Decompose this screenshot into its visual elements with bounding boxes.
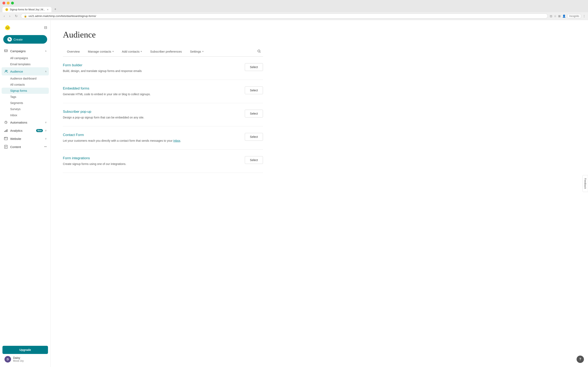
svg-rect-8 — [4, 131, 5, 132]
form-builder-title[interactable]: Form builder — [63, 63, 237, 67]
close-window-button[interactable] — [2, 2, 5, 4]
sidebar-item-campaigns[interactable]: Campaigns ∧ — [2, 47, 49, 55]
back-button[interactable]: ‹ — [2, 14, 6, 18]
sidebar-item-automations[interactable]: Automations ∨ — [2, 118, 49, 126]
form-builder-action: Select — [245, 63, 263, 71]
tab-close-button[interactable]: ✕ — [47, 8, 49, 11]
settings-dropdown-icon: ▾ — [202, 50, 204, 53]
form-builder-select-button[interactable]: Select — [245, 63, 263, 71]
svg-point-2 — [6, 25, 9, 28]
sidebar-item-audience[interactable]: Audience ∧ — [2, 67, 49, 75]
embedded-forms-select-button[interactable]: Select — [245, 86, 263, 94]
user-name: Daisy — [13, 356, 24, 359]
tab-settings[interactable]: Settings ▾ — [186, 47, 208, 57]
page-title: Audience — [63, 30, 263, 40]
address-bar[interactable]: 🔒 us21.admin.mailchimp.com/lists/dashboa… — [21, 13, 548, 18]
url-text: us21.admin.mailchimp.com/lists/dashboard… — [29, 15, 96, 17]
sidebar-item-analytics[interactable]: Analytics New ∨ — [2, 126, 49, 134]
embedded-forms-desc: Generate HTML code to embed in your site… — [63, 92, 230, 96]
form-integrations-select-button[interactable]: Select — [245, 156, 263, 164]
feedback-tab[interactable]: Feedback — [582, 175, 588, 192]
form-integrations-title[interactable]: Form integrations — [63, 156, 237, 160]
embedded-forms-action: Select — [245, 86, 263, 94]
content-chevron: ••• — [44, 145, 47, 148]
tab-manage-contacts[interactable]: Manage contacts ▾ — [84, 47, 118, 57]
sidebar: ⊟ ✎ Create Campaigns ∧ All campaigns Ema… — [0, 20, 51, 367]
embedded-forms-title[interactable]: Embedded forms — [63, 86, 237, 91]
form-item-content: Embedded forms Generate HTML code to emb… — [63, 86, 237, 96]
contact-form-action: Select — [245, 133, 263, 141]
create-button[interactable]: ✎ Create — [3, 35, 47, 44]
cast-icon[interactable]: ⊡ — [550, 15, 552, 18]
avatar-initials: D — [7, 358, 9, 361]
user-profile-item[interactable]: D Daisy Mood Joy — [2, 354, 48, 365]
form-item-form-builder: Form builder Build, design, and translat… — [63, 57, 263, 80]
all-contacts-label: All contacts — [10, 83, 25, 86]
inbox-label: Inbox — [10, 114, 17, 117]
help-button[interactable]: ? — [577, 356, 584, 363]
sidebar-item-signup-forms[interactable]: Signup forms — [2, 88, 49, 94]
sidebar-item-audience-dashboard[interactable]: Audience dashboard — [2, 75, 49, 82]
automations-icon — [4, 120, 8, 125]
inbox-link[interactable]: Inbox — [173, 139, 180, 142]
refresh-button[interactable]: ↻ — [14, 14, 19, 18]
menu-icon[interactable]: ⋮ — [583, 15, 586, 18]
tab-nav: Overview Manage contacts ▾ Add contacts … — [63, 47, 263, 57]
subscriber-popup-title[interactable]: Subscriber pop-up — [63, 110, 237, 114]
campaigns-icon — [4, 49, 8, 53]
form-item-content: Form integrations Create signup forms us… — [63, 156, 237, 166]
subscriber-popup-select-button[interactable]: Select — [245, 110, 263, 117]
browser-chrome: 🐒 Signup forms for Mood Joy | M... ✕ + — [0, 0, 588, 12]
traffic-lights — [2, 2, 586, 4]
sidebar-toggle-button[interactable]: ⊟ — [44, 25, 47, 30]
new-tab-button[interactable]: + — [52, 6, 58, 12]
svg-rect-9 — [6, 130, 6, 132]
email-templates-label: Email templates — [10, 63, 31, 66]
tab-add-contacts[interactable]: Add contacts ▾ — [118, 47, 146, 57]
audience-dashboard-label: Audience dashboard — [10, 77, 36, 80]
profile-icon[interactable]: 👤 — [562, 15, 566, 18]
sidebar-item-segments[interactable]: Segments — [2, 100, 49, 106]
active-tab[interactable]: 🐒 Signup forms for Mood Joy | M... ✕ — [2, 7, 52, 12]
tab-favicon: 🐒 — [5, 8, 8, 11]
svg-rect-10 — [7, 129, 7, 132]
minimize-window-button[interactable] — [7, 2, 9, 4]
analytics-chevron: ∨ — [45, 129, 47, 132]
lock-icon: 🔒 — [24, 15, 27, 17]
website-icon — [4, 136, 8, 141]
sidebar-item-tags[interactable]: Tags — [2, 94, 49, 100]
sidebar-item-website[interactable]: Website ∨ — [2, 134, 49, 143]
incognito-badge: Incognito — [567, 14, 581, 18]
form-item-content: Form builder Build, design, and translat… — [63, 63, 237, 73]
form-item-contact-form: Contact Form Let your customers reach yo… — [63, 126, 263, 150]
automations-chevron: ∨ — [45, 121, 47, 124]
forward-button[interactable]: › — [8, 14, 11, 18]
tab-overview[interactable]: Overview — [63, 47, 84, 57]
sidebar-item-email-templates[interactable]: Email templates — [2, 61, 49, 67]
sidebar-item-content[interactable]: Content ••• — [2, 143, 49, 151]
nav-section: Campaigns ∧ All campaigns Email template… — [0, 47, 51, 151]
tab-subscriber-preferences[interactable]: Subscriber preferences — [146, 47, 186, 57]
upgrade-button[interactable]: Upgrade — [2, 346, 48, 354]
contact-form-title[interactable]: Contact Form — [63, 133, 237, 137]
contact-form-select-button[interactable]: Select — [245, 133, 263, 141]
content-label: Content — [10, 145, 42, 149]
analytics-icon — [4, 128, 8, 133]
sidebar-item-all-contacts[interactable]: All contacts — [2, 82, 49, 88]
search-button[interactable] — [255, 47, 263, 56]
sidebar-item-inbox[interactable]: Inbox — [2, 112, 49, 118]
sidebar-item-surveys[interactable]: Surveys — [2, 106, 49, 112]
form-item-content: Subscriber pop-up Design a pop-up signup… — [63, 110, 237, 120]
user-info: Daisy Mood Joy — [13, 356, 24, 362]
main-content: Audience Overview Manage contacts ▾ Add … — [51, 20, 588, 367]
create-icon: ✎ — [7, 37, 12, 42]
fullscreen-window-button[interactable] — [11, 2, 14, 4]
tags-label: Tags — [10, 95, 16, 99]
browser-nav: ‹ › ↻ 🔒 us21.admin.mailchimp.com/lists/d… — [0, 12, 588, 20]
signup-forms-label: Signup forms — [10, 89, 27, 92]
svg-point-6 — [7, 70, 7, 71]
sidebar-item-all-campaigns[interactable]: All campaigns — [2, 55, 49, 61]
extensions-icon[interactable]: ⊞ — [558, 15, 561, 18]
campaigns-chevron: ∧ — [45, 50, 47, 52]
bookmark-icon[interactable]: ☆ — [554, 15, 557, 18]
